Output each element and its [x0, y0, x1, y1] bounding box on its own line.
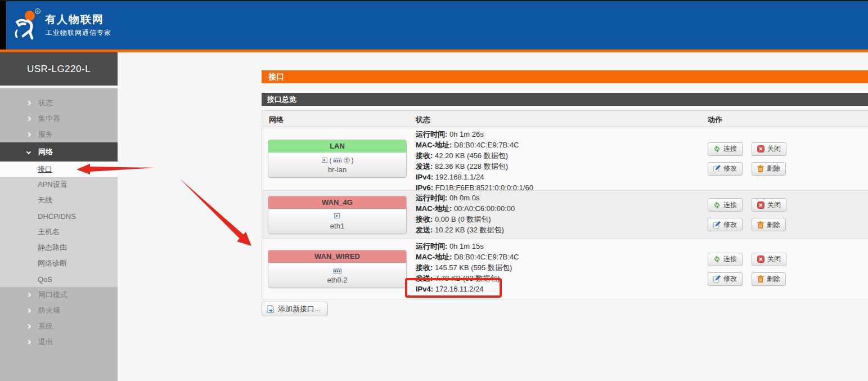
sidebar-item-hostname[interactable]: 主机名 [0, 224, 118, 240]
close-icon [757, 201, 764, 209]
interface-overview-table: 网络 状态 动作 LAN ( ) br-lan 运行 [262, 110, 868, 299]
brand-tagline: 工业物联网通信专家 [46, 28, 111, 38]
column-header-actions: 动作 [701, 111, 868, 127]
table-row-wan-wired: WAN_WIRED eth0.2 运行时间: 0h 1m 15s MAC-地址:… [262, 239, 868, 299]
sidebar-item-wireless[interactable]: 无线 [0, 192, 118, 208]
table-row-lan: LAN ( ) br-lan 运行时间: 0h 1m 26s MAC-地址: D… [262, 127, 868, 191]
wan-4g-badge: WAN_4G [268, 196, 406, 209]
trash-icon [757, 221, 764, 228]
sidebar-item-qos[interactable]: QoS [0, 271, 118, 287]
header-accent-bar [0, 50, 868, 52]
edit-button[interactable]: 修改 [708, 162, 743, 176]
add-interface-icon [267, 305, 275, 313]
edit-icon [713, 165, 721, 172]
device-name: eth1 [268, 222, 406, 230]
sidebar-item-dhcp-dns[interactable]: DHCP/DNS [0, 208, 118, 224]
page-title: 接口 [262, 70, 868, 83]
wan-wired-badge: WAN_WIRED [268, 250, 406, 263]
ethernet-adapter-icon [334, 213, 341, 219]
add-interface-button[interactable]: 添加新接口... [262, 302, 328, 316]
signal-icon [343, 157, 350, 164]
device-name: eth0.2 [268, 276, 406, 284]
app-header: ® 有人物联网 工业物联网通信专家 [0, 1, 868, 50]
close-icon [757, 256, 764, 263]
chevron-right-icon [27, 101, 38, 105]
close-icon [757, 145, 764, 153]
sidebar: USR-LG220-L 状态 集中器 服务 网络 接口 APN设置 无线 DHC… [0, 52, 118, 381]
table-header-row: 网络 状态 动作 [262, 111, 868, 127]
lan-interface-card: LAN ( ) br-lan [268, 140, 407, 178]
refresh-icon [713, 145, 721, 153]
window-left-edge [0, 1, 6, 52]
sidebar-item-static-routes[interactable]: 静态路由 [0, 240, 118, 256]
sidebar-item-port-mode[interactable]: 网口模式 [0, 287, 118, 303]
sidebar-item-interfaces-active[interactable]: 接口 [0, 162, 118, 177]
lan-badge: LAN [268, 140, 406, 153]
delete-button[interactable]: 删除 [752, 162, 786, 176]
sidebar-item-system[interactable]: 系统 [0, 319, 118, 334]
edit-button[interactable]: 修改 [708, 272, 743, 286]
edit-button[interactable]: 修改 [708, 218, 743, 231]
sidebar-item-apn-settings[interactable]: APN设置 [0, 177, 118, 192]
sidebar-item-services[interactable]: 服务 [0, 127, 118, 142]
chevron-down-icon [27, 150, 38, 154]
sidebar-item-concentrator[interactable]: 集中器 [0, 111, 118, 127]
device-model-title: USR-LG220-L [0, 52, 118, 86]
highlighted-ipv4-line: IPv4: 172.16.11.2/24 [416, 284, 701, 294]
sidebar-item-diagnostics[interactable]: 网络诊断 [0, 256, 118, 271]
delete-button[interactable]: 删除 [752, 272, 786, 286]
usr-iot-logo: ® [9, 8, 43, 41]
sidebar-item-network[interactable]: 网络 [0, 142, 118, 162]
connect-button[interactable]: 连接 [708, 253, 743, 266]
wan-wired-status: 运行时间: 0h 1m 15s MAC-地址: D8:B0:4C:E9:7B:4… [411, 239, 701, 299]
switch-icon [333, 157, 342, 163]
table-row-wan-4g: WAN_4G eth1 运行时间: 0h 0m 0s MAC-地址: 00:A0… [262, 191, 868, 239]
chevron-right-icon [27, 133, 38, 136]
switch-icon [333, 267, 342, 274]
ethernet-icon [321, 157, 329, 164]
trash-icon [757, 165, 764, 172]
chevron-right-icon [27, 309, 38, 312]
connect-button[interactable]: 连接 [708, 198, 743, 212]
sidebar-menu: 状态 集中器 服务 网络 接口 APN设置 无线 DHCP/DNS 主机名 静态… [0, 88, 118, 381]
wan-wired-interface-card: WAN_WIRED eth0.2 [268, 250, 407, 288]
column-header-network: 网络 [262, 111, 411, 127]
column-header-status: 状态 [411, 111, 701, 127]
chevron-right-icon [27, 117, 38, 120]
connect-button[interactable]: 连接 [708, 142, 743, 156]
edit-icon [713, 221, 721, 228]
chevron-right-icon [27, 293, 38, 297]
sidebar-item-logout[interactable]: 退出 [0, 334, 118, 350]
refresh-icon [713, 256, 721, 263]
wan-4g-status: 运行时间: 0h 0m 0s MAC-地址: 00:A0:C6:00:00:00… [411, 191, 701, 239]
network-submenu: APN设置 无线 DHCP/DNS 主机名 静态路由 网络诊断 QoS [0, 177, 118, 287]
refresh-icon [713, 201, 721, 209]
wan-4g-interface-card: WAN_4G eth1 [268, 196, 407, 234]
chevron-right-icon [27, 340, 38, 344]
svg-text:®: ® [37, 10, 39, 14]
shutdown-button[interactable]: 关闭 [752, 142, 786, 156]
sidebar-item-status[interactable]: 状态 [0, 95, 118, 111]
trash-icon [757, 275, 764, 283]
annotation-arrow-to-wan-wired-row [179, 178, 251, 246]
lan-status: 运行时间: 0h 1m 26s MAC-地址: D8:B0:4C:E9:7B:4… [411, 127, 701, 190]
chevron-right-icon [27, 325, 38, 328]
delete-button[interactable]: 删除 [752, 218, 786, 231]
edit-icon [713, 275, 721, 283]
sidebar-item-firewall[interactable]: 防火墙 [0, 303, 118, 319]
section-title: 接口总览 [262, 93, 868, 106]
shutdown-button[interactable]: 关闭 [752, 253, 786, 266]
brand-name: 有人物联网 [45, 12, 104, 27]
device-name: br-lan [268, 165, 406, 174]
shutdown-button[interactable]: 关闭 [752, 198, 786, 212]
